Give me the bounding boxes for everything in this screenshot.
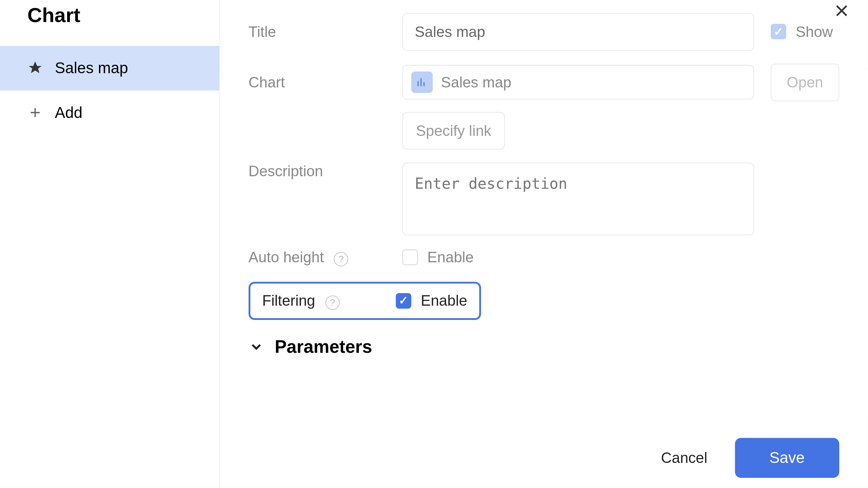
help-icon[interactable]: ? xyxy=(325,295,339,309)
modal-add[interactable]: Add xyxy=(0,90,219,135)
help-icon[interactable]: ? xyxy=(334,252,348,266)
auto-height-checkbox[interactable] xyxy=(402,249,418,265)
label-filtering: Filtering ? xyxy=(262,292,396,310)
label-auto-height: Auto height ? xyxy=(249,248,386,266)
label-chart: Chart xyxy=(249,74,386,91)
close-icon[interactable] xyxy=(831,0,852,21)
open-button[interactable]: Open xyxy=(771,63,839,101)
filtering-enable: Enable xyxy=(421,292,467,309)
description-input[interactable] xyxy=(402,162,754,235)
label-title: Title xyxy=(249,23,386,40)
parameters-toggle[interactable]: Parameters xyxy=(249,320,839,357)
specify-link-button[interactable]: Specify link xyxy=(402,112,505,149)
chart-type-icon xyxy=(411,72,433,93)
chart-modal: Chart Sales map Add Title xyxy=(0,0,868,488)
modal-overlay: Chart Sales map Add Title xyxy=(0,0,868,488)
filtering-checkbox[interactable] xyxy=(396,293,411,308)
label-description: Description xyxy=(249,162,386,180)
modal-cancel-button[interactable]: Cancel xyxy=(648,438,721,477)
title-input[interactable] xyxy=(402,13,754,50)
auto-height-enable: Enable xyxy=(427,248,474,266)
modal-item-sales-map[interactable]: Sales map xyxy=(0,45,219,90)
chart-select[interactable]: Sales map xyxy=(402,65,754,100)
show-label: Show xyxy=(796,23,833,40)
filtering-row: Filtering ? Enable xyxy=(249,282,481,320)
modal-title: Chart xyxy=(0,0,219,45)
show-checkbox[interactable] xyxy=(771,24,786,39)
modal-save-button[interactable]: Save xyxy=(735,438,839,477)
